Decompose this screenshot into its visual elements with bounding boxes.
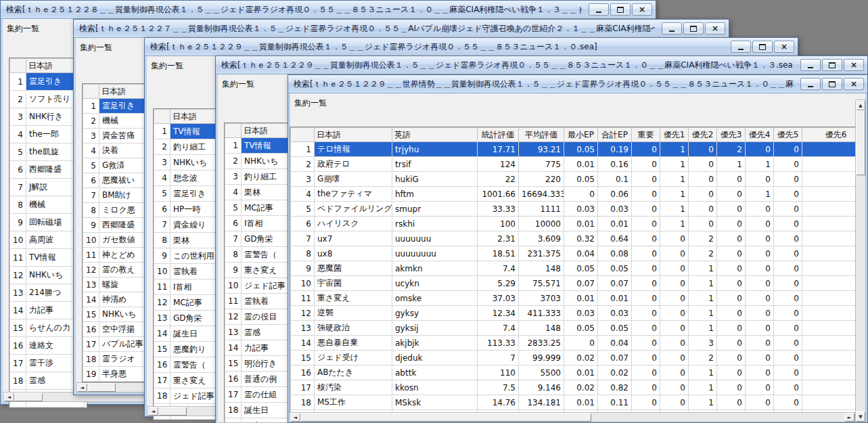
table-row[interactable]: 14悪自暴自棄akjbjk113.332833.2500.040030000 <box>291 336 857 351</box>
table-row[interactable]: 12逆襲gyksy12.34411.3330.030.030010000 <box>291 306 857 321</box>
scroll-thumb[interactable] <box>856 110 865 175</box>
cell: 0 <box>660 365 689 380</box>
maximize-button[interactable] <box>683 22 704 35</box>
column-header[interactable]: 優先1 <box>660 128 689 142</box>
table-row[interactable]: 1テロ情報trjyhu17.7193.210.050.190102000 <box>291 142 857 157</box>
row-number: 10 <box>154 264 170 280</box>
cell: 1 <box>689 276 717 291</box>
titlebar[interactable]: 検索[ｔｈｅ２５１２２７＿＿質量制御再現公表１．５＿ジェド霊界ラジオ再現０．５５… <box>74 20 729 38</box>
panel-label: 集約一覧 <box>151 60 183 72</box>
cell: 0.05 <box>598 321 632 336</box>
scroll-left-button[interactable]: ◄ <box>148 407 158 416</box>
column-header[interactable]: 最小EP <box>564 128 598 142</box>
column-header[interactable]: 合計EP <box>598 128 632 142</box>
minimize-button[interactable] <box>662 22 682 35</box>
column-header[interactable]: 優先6 <box>802 128 857 142</box>
scroll-track[interactable] <box>856 110 865 411</box>
scroll-thumb[interactable] <box>87 383 116 392</box>
table-row[interactable]: 16ABたたきabttk11055000.010.020010000 <box>291 365 857 380</box>
vertical-scrollbar[interactable]: ▲ ▼ <box>855 99 866 422</box>
minimize-button[interactable] <box>800 59 821 71</box>
row-header-corner[interactable] <box>225 124 242 138</box>
close-button[interactable]: × <box>774 41 794 53</box>
close-button[interactable]: × <box>844 59 864 71</box>
column-header[interactable]: 優先3 <box>717 128 746 142</box>
table-row[interactable]: 6ハイリスクrskhi100100000.010.010100000 <box>291 217 857 231</box>
table-row[interactable]: 15ジェド受けdjeduk799.9990.020.070020000 <box>291 351 857 365</box>
maximize-button[interactable] <box>610 3 631 16</box>
cell: 0 <box>774 321 802 336</box>
table-row[interactable]: 5ペドファイルリングとソーsmupr33.3311110.030.0301000… <box>291 202 857 217</box>
row-header-corner[interactable] <box>154 110 170 124</box>
scroll-thumb[interactable] <box>300 413 591 422</box>
cell: 0 <box>564 187 598 202</box>
cell: 0 <box>632 365 660 380</box>
table-row[interactable]: 2政府テロtrsif1247750.010.160101100 <box>291 157 857 172</box>
cell: 0 <box>746 321 774 336</box>
table-row[interactable]: 13強硬政治gyksij7.41480.050.050010000 <box>291 321 857 336</box>
cell: 0.16 <box>598 157 632 172</box>
scroll-thumb[interactable] <box>14 393 43 401</box>
table-row[interactable]: 17核汚染kkosn7.59.1460.020.820010000 <box>291 380 857 395</box>
titlebar[interactable]: 検索[ｔｈｅ２５１２２８＿＿質量制御再現公表１．５＿＿ジェド霊界ラジオ再現０．５… <box>1 1 656 19</box>
row-number: 7 <box>225 231 242 247</box>
cell: 0 <box>717 291 746 306</box>
cell: 0 <box>802 380 857 395</box>
table-row[interactable]: 10宇宙菌ucykn5.2975.5710.070.070010000 <box>291 276 857 291</box>
column-header[interactable]: 優先4 <box>746 128 774 142</box>
minimize-button[interactable] <box>589 3 609 16</box>
table-row[interactable]: 7ux7uuuuuuu2.313.6090.320.640020000 <box>291 231 857 246</box>
table-row[interactable]: 11重さ変えomske37.0337030.010.010010000 <box>291 291 857 306</box>
cell: 政府テロ <box>315 157 392 172</box>
close-button[interactable]: × <box>705 22 725 35</box>
cell: 0 <box>746 261 774 276</box>
row-header-corner[interactable] <box>83 85 99 99</box>
scroll-up-button[interactable]: ▲ <box>856 100 865 110</box>
close-button[interactable]: × <box>632 3 652 16</box>
scroll-left-button[interactable]: ◄ <box>4 393 14 401</box>
column-header[interactable]: 重要 <box>632 128 660 142</box>
horizontal-scrollbar[interactable]: ◄ ► <box>290 412 855 422</box>
column-header[interactable]: 統計評価 <box>478 128 519 142</box>
column-header[interactable]: 優先2 <box>689 128 717 142</box>
scroll-down-button[interactable]: ▼ <box>856 411 865 422</box>
cell: 124 <box>478 157 519 172</box>
window-title: 検索[ｔｈｅ２５１２２８＿＿質量制御再現公表１．５＿＿ジェド霊界ラジオ再現０．５… <box>6 4 582 16</box>
cell: rskhi <box>392 217 478 231</box>
table-row[interactable]: 8ux8uuuuuuuu18.51231.3750.040.080020000 <box>291 246 857 261</box>
titlebar[interactable]: 検索[ｔｈｅ２５１２２９＿＿質量制御再現公表１．５＿＿ジェド霊界ラジオ再現０．５… <box>145 38 798 56</box>
maximize-button[interactable] <box>822 78 842 90</box>
cell: 0 <box>746 365 774 380</box>
cell: 17.71 <box>478 142 519 157</box>
cell: 1 <box>689 365 717 380</box>
cell: 宇宙菌 <box>315 276 392 291</box>
close-icon: × <box>850 61 857 69</box>
scroll-left-button[interactable]: ◄ <box>77 383 87 392</box>
titlebar[interactable]: 検索[ｔｈｅ２５１２２９＿＿質量制御再現公表１．５＿＿ジェド霊界ラジオ再現０．５… <box>216 56 867 74</box>
table-row[interactable]: 18MS工作MSksk14.76134.1810.010.110010000 <box>291 395 857 410</box>
table-row[interactable]: 4theファティマhftm1001.6616694.33300.06010010… <box>291 187 857 202</box>
maximize-button[interactable] <box>822 59 842 71</box>
row-number: 17 <box>83 337 99 352</box>
scroll-thumb[interactable] <box>158 407 187 416</box>
titlebar[interactable]: 検索[ｔｈｅ２５１２２９＿＿世界情勢＿＿質量制御再現公表１．５＿＿ジェド霊界ラジ… <box>288 75 867 93</box>
close-button[interactable]: × <box>844 78 864 90</box>
table-row[interactable]: 9悪魔菌akmkn7.41480.050.050010000 <box>291 261 857 276</box>
scroll-right-button[interactable]: ► <box>844 413 854 422</box>
scroll-track[interactable] <box>300 413 844 422</box>
row-header-corner[interactable] <box>10 59 26 73</box>
column-header[interactable]: 優先5 <box>774 128 802 142</box>
maximize-button[interactable] <box>752 41 773 53</box>
column-header[interactable]: 日本語 <box>315 128 392 142</box>
column-header[interactable]: 英語 <box>392 128 478 142</box>
minimize-button[interactable] <box>800 78 821 90</box>
cell: hftm <box>392 187 478 202</box>
cell: 0 <box>564 336 598 351</box>
scroll-left-button[interactable]: ◄ <box>290 413 300 422</box>
minimize-button[interactable] <box>731 41 751 53</box>
table-row[interactable]: 3G崩壊hukiG222200.050.10100000 <box>291 172 857 187</box>
cell: 0.04 <box>598 336 632 351</box>
cell: 5500 <box>519 365 564 380</box>
row-header-corner[interactable] <box>291 128 315 142</box>
column-header[interactable]: 平均評価 <box>519 128 564 142</box>
